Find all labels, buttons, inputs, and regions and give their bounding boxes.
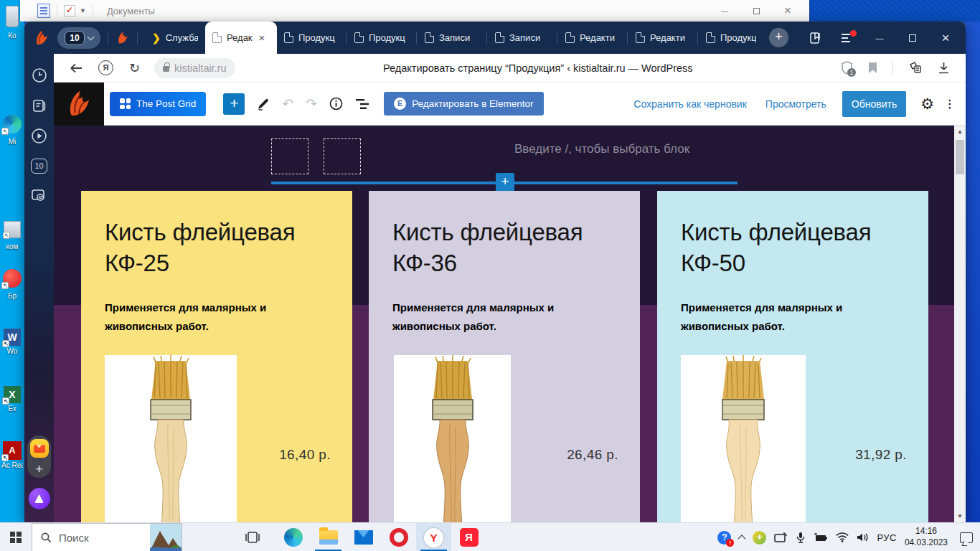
product-card[interactable]: Кисть флейцевая КФ-36 Применяется для ма… xyxy=(369,191,640,522)
extension-icon[interactable] xyxy=(908,61,923,75)
close-button[interactable] xyxy=(938,31,953,45)
tab-group-selector[interactable]: 10 xyxy=(57,27,100,49)
video-icon[interactable] xyxy=(31,127,48,144)
scroll-up-arrow[interactable]: ▲ xyxy=(954,128,966,135)
desktop-icon-browser[interactable]: Бр xyxy=(1,269,23,300)
tab-products-3[interactable]: Продукц xyxy=(699,22,763,54)
tab-posts-1[interactable]: Записи xyxy=(418,22,486,54)
history-icon[interactable] xyxy=(31,67,48,84)
alice-assistant-icon[interactable] xyxy=(29,488,50,509)
tab-edit-2[interactable]: Редакти xyxy=(628,22,697,54)
screenshot-icon[interactable] xyxy=(31,187,48,204)
maximize-button[interactable] xyxy=(905,31,920,45)
tab-products-1[interactable]: Продукц xyxy=(277,22,345,54)
shortcut-icon xyxy=(4,221,21,238)
add-service-button[interactable] xyxy=(35,463,43,475)
browser-sidebar: 10 xyxy=(24,54,54,522)
protect-shield-icon[interactable]: 1 xyxy=(841,61,853,75)
bookmarks-panel-icon[interactable] xyxy=(809,32,822,44)
taskbar-app-opera[interactable] xyxy=(381,523,416,551)
minimize-button[interactable] xyxy=(709,1,740,21)
taskbar-app-yandex-browser[interactable]: Y xyxy=(416,523,451,551)
taskbar-app-yandex[interactable]: Я xyxy=(451,523,486,551)
minimize-button[interactable] xyxy=(872,31,887,45)
clock[interactable]: 14:16 04.03.2023 xyxy=(905,526,948,548)
scrollbar[interactable]: ▲ ▼ xyxy=(954,126,966,522)
options-kebab-icon[interactable] xyxy=(944,98,956,110)
empty-block-placeholder[interactable] xyxy=(271,138,308,174)
taskbar-app-mail[interactable] xyxy=(346,523,381,551)
tab-service[interactable]: ❯ Служба xyxy=(145,22,205,54)
empty-block-placeholder[interactable] xyxy=(324,138,361,174)
task-view-icon[interactable] xyxy=(244,529,261,546)
url-field[interactable]: kistialtair.ru xyxy=(154,58,235,78)
preview-link[interactable]: Просмотреть xyxy=(765,98,826,110)
close-tab-icon[interactable]: × xyxy=(259,32,265,44)
undo-button[interactable] xyxy=(282,95,293,112)
desktop-icon-shortcut[interactable]: ком xyxy=(1,221,23,250)
microphone-icon[interactable] xyxy=(796,532,806,544)
desktop-icon-word[interactable]: W Wo xyxy=(1,329,23,355)
tray-expand-chevron[interactable] xyxy=(739,533,745,542)
desktop-icon-acrobat[interactable]: A Ac Rea xyxy=(1,441,23,469)
back-button[interactable] xyxy=(70,63,83,73)
divider xyxy=(137,32,138,44)
background-window-titlebar[interactable]: Документы xyxy=(20,0,809,22)
maximize-button[interactable] xyxy=(740,1,772,21)
download-icon[interactable] xyxy=(938,62,950,75)
desktop-background-top-right xyxy=(809,0,980,22)
settings-gear-icon[interactable] xyxy=(920,95,934,113)
tabs-counter-icon[interactable]: 10 xyxy=(31,157,48,174)
list-view-button[interactable] xyxy=(355,98,369,110)
close-button[interactable] xyxy=(772,1,804,21)
acrobat-icon: A xyxy=(3,441,22,460)
green-service-icon[interactable] xyxy=(753,531,766,545)
wifi-icon[interactable] xyxy=(836,532,849,542)
tab-products-2[interactable]: Продукц xyxy=(347,22,415,54)
divider xyxy=(557,32,557,44)
taskbar-search[interactable]: Поиск xyxy=(32,523,182,551)
taskbar-app-explorer[interactable] xyxy=(311,523,346,551)
shortcut-arrow-icon xyxy=(1,128,9,135)
scrollbar-thumb[interactable] xyxy=(956,140,964,174)
update-button[interactable]: Обновить xyxy=(842,91,906,117)
desktop-icon-edge[interactable]: Mi xyxy=(1,115,23,146)
tools-pencil-button[interactable] xyxy=(257,98,270,110)
add-block-button[interactable] xyxy=(496,173,514,192)
redo-button[interactable] xyxy=(306,95,317,112)
desktop-icon-cup[interactable]: Ко xyxy=(1,6,23,39)
desktop-icon-excel[interactable]: X Ex xyxy=(1,386,23,413)
edge-icon xyxy=(284,528,303,547)
search-highlight-image[interactable] xyxy=(150,524,182,551)
block-placeholder-text[interactable]: Введите /, чтобы выбрать блок xyxy=(514,142,689,156)
tab-edit-1[interactable]: Редакти xyxy=(558,22,626,54)
language-indicator[interactable]: РУС xyxy=(877,532,897,543)
checkbox-icon xyxy=(64,5,75,17)
tab-posts-2[interactable]: Записи xyxy=(488,22,556,54)
details-info-button[interactable] xyxy=(329,97,343,110)
tab-active-edit-page[interactable]: Редак × xyxy=(205,22,277,54)
scroll-down-arrow[interactable]: ▼ xyxy=(954,513,966,519)
product-card[interactable]: Кисть флейцевая КФ-50 Применяется для ма… xyxy=(657,191,928,522)
shortcut-arrow-icon xyxy=(1,282,9,289)
start-button[interactable] xyxy=(0,523,32,551)
site-logo[interactable] xyxy=(54,83,104,126)
yandex-search-icon[interactable] xyxy=(98,60,113,75)
help-notification-icon[interactable] xyxy=(717,531,731,545)
yandex-mail-icon[interactable] xyxy=(30,439,49,458)
reload-button[interactable] xyxy=(129,60,140,76)
save-draft-link[interactable]: Сохранить как черновик xyxy=(633,98,746,110)
notes-icon[interactable] xyxy=(31,97,48,114)
taskbar-app-edge[interactable] xyxy=(275,523,311,551)
volume-icon[interactable] xyxy=(857,532,869,542)
battery-icon[interactable] xyxy=(814,533,828,542)
edit-in-elementor-button[interactable]: Редактировать в Elementor xyxy=(384,92,543,116)
new-tab-button[interactable] xyxy=(769,28,788,47)
product-card[interactable]: Кисть флейцевая КФ-25 Применяется для ма… xyxy=(81,191,352,522)
notification-center-icon[interactable] xyxy=(960,532,973,543)
sidebar-menu-icon[interactable] xyxy=(841,33,854,43)
cast-icon[interactable] xyxy=(774,532,788,543)
post-grid-button[interactable]: The Post Grid xyxy=(110,92,206,116)
bookmark-icon[interactable] xyxy=(868,62,877,74)
block-inserter-button[interactable] xyxy=(223,93,245,115)
